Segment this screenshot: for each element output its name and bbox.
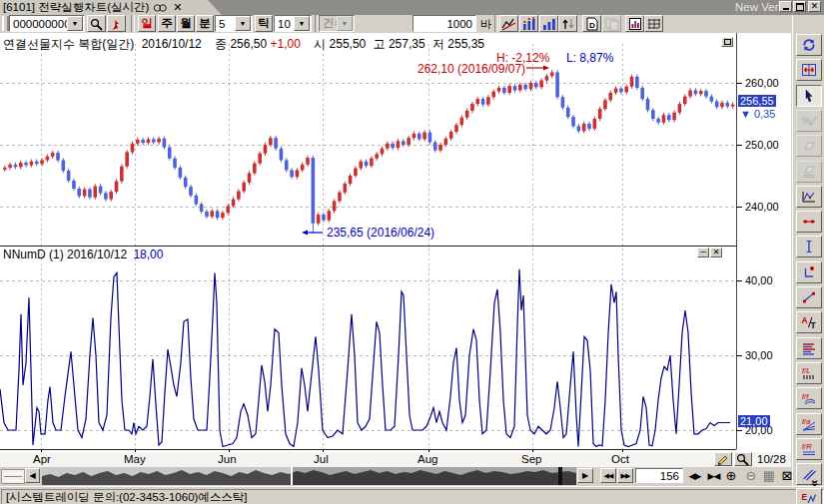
symbol-search-button[interactable] (87, 15, 106, 32)
tool-fib-retrace-button[interactable] (796, 337, 822, 359)
month-label-jun: Jun (218, 453, 237, 465)
period-monthly-button[interactable]: 월 (177, 15, 195, 32)
indicator-header: NNumD (1) 2016/10/12 18,00 (3, 248, 163, 261)
tool-percent-measure-button: % (796, 110, 822, 132)
indicator-value: 18,00 (133, 248, 163, 261)
bar-chart-dotted-button[interactable] (519, 15, 538, 32)
chevron-down-icon[interactable]: ▼ (67, 16, 83, 31)
collapse-center-icon[interactable]: ▶◀ (705, 469, 722, 483)
grid-view-icon: ▦ (760, 469, 777, 483)
visible-bars-input[interactable] (635, 468, 683, 483)
x-axis-strip: Apr May Jun Jul Aug Sep Oct 10/28 (0, 452, 791, 467)
low-percent-label: L: 8,87% (566, 51, 613, 65)
count-label: 건수 (320, 16, 337, 31)
chart-window-tab[interactable]: [6101] 전략실행차트(실시간) ✕ (0, 0, 222, 15)
tool-fib-curves-button[interactable]: f/f (796, 387, 822, 409)
period-minute-button[interactable]: 분 (196, 15, 214, 32)
annotation-high: 262,10 (2016/09/07) (417, 62, 525, 76)
zoom-mode-button[interactable] (734, 452, 752, 466)
symbol-combobox[interactable]: 000000000 ▼ (9, 15, 85, 32)
elliott-wave-icon: E (801, 492, 817, 504)
minimap-overview[interactable] (42, 467, 576, 485)
chart-info-line: 연결선물지수 복합(일간) 2016/10/12 종 256,50 +1,00 … (3, 36, 484, 53)
tool-horizontal-line-button[interactable] (796, 211, 822, 233)
toolbar: 000000000 ▼ 일 주 월 분 5 ▼ 틱 10 ▼ 건수 ▼ 바 D (0, 15, 789, 33)
tool-line-chart-tool-button[interactable] (796, 186, 822, 208)
period-daily-button[interactable]: 일 (138, 15, 156, 32)
title-bar: [6101] 전략실행차트(실시간) ✕ New Ver ✕ (0, 0, 824, 15)
low-value: 255,35 (447, 37, 484, 51)
compare-window-icon (801, 63, 817, 77)
page-right-button[interactable]: ▶▶ (617, 468, 633, 483)
scroll-right-button[interactable]: ▶ (577, 468, 593, 483)
splitter-grip[interactable] (1, 469, 25, 484)
compare-chart-button[interactable] (499, 15, 518, 32)
bar-count-input[interactable] (412, 15, 476, 32)
panel-maximize-button[interactable] (721, 37, 733, 47)
period-weekly-button[interactable]: 주 (158, 15, 176, 32)
text-tool-icon: AT (801, 315, 817, 329)
open-value: 255,50 (330, 37, 367, 51)
chevron-down-icon: ▼ (337, 16, 353, 31)
high-label: 고 (374, 37, 386, 51)
tool-text-tool-button[interactable]: AT (796, 311, 822, 333)
tool-vertical-line-button[interactable] (796, 236, 822, 257)
scroll-left-button[interactable]: ◀ (25, 468, 40, 483)
svg-text:E: E (802, 492, 808, 502)
expand-left-right-icon[interactable]: ◀▶ (686, 469, 703, 483)
tool-vertical-line-dot-button[interactable] (796, 261, 822, 283)
svg-text:%: % (802, 115, 812, 127)
indicator-minimize-button[interactable]: ─ (697, 248, 709, 257)
tool-fib-levels-button[interactable]: f/L (796, 362, 822, 384)
minute-combobox[interactable]: 5 ▼ (215, 15, 253, 32)
more-tools-chevron[interactable]: » (812, 476, 819, 490)
indicator-title: NNumD (1) 2016/10/12 (3, 248, 127, 261)
data-grid-icon (646, 17, 662, 31)
chart-document-button[interactable] (625, 15, 644, 32)
symbol-value: 000000000 (10, 18, 67, 30)
tick-combobox[interactable]: 10 ▼ (274, 15, 312, 32)
new-document-button[interactable]: D (582, 15, 601, 32)
bar-unit-label: 바 (480, 17, 492, 32)
chevron-down-icon[interactable]: ▼ (235, 16, 251, 31)
indicator-close-button[interactable]: ✕ (710, 248, 722, 257)
tab-close-icon[interactable]: ✕ (173, 1, 182, 14)
minimize-icon (783, 3, 789, 10)
tool-refresh-button[interactable] (796, 34, 822, 56)
month-label-oct: Oct (611, 453, 629, 465)
page-left-button[interactable]: ◀◀ (600, 468, 616, 483)
symbol-pick-button[interactable] (107, 15, 126, 32)
red-pointer-icon (109, 17, 125, 31)
tick-value: 10 (275, 18, 294, 30)
tool-trend-line-button[interactable] (796, 286, 822, 308)
last-date-label: 10/28 (757, 453, 786, 465)
month-label-aug: Aug (417, 453, 437, 465)
minimize-button[interactable] (779, 1, 792, 12)
tool-eraser-button (796, 135, 822, 157)
sort-updown-button[interactable] (558, 15, 577, 32)
svg-text:f/L: f/L (802, 366, 810, 375)
price-change-badge: ▼ 0,35 (740, 108, 775, 120)
tool-cursor-button[interactable] (796, 85, 822, 107)
current-price-badge: 256,55 (738, 95, 776, 107)
period-tick-button[interactable]: 틱 (255, 15, 273, 32)
chevron-down-icon[interactable]: ▼ (294, 16, 310, 31)
compare-chart-icon (501, 17, 517, 31)
vertical-line-dot-icon (801, 265, 817, 279)
bar-chart-dotted-icon (521, 17, 537, 31)
maximize-button[interactable] (793, 1, 806, 12)
tool-fib-ratio-button[interactable]: f/R (796, 438, 822, 460)
tool-elliott-wave-button[interactable]: E (796, 488, 822, 504)
refresh-icon (801, 38, 817, 52)
bar-chart-button[interactable] (539, 15, 558, 32)
data-grid-button[interactable] (644, 15, 663, 32)
tool-fib-fan-button[interactable]: f/a (796, 413, 822, 435)
tool-compare-window-button[interactable] (796, 59, 822, 81)
zoom-in-circle-icon[interactable]: ⊕ (722, 469, 739, 483)
percent-measure-icon: % (801, 114, 817, 128)
candlestick-chart-canvas[interactable] (0, 33, 791, 452)
count-combobox: 건수 ▼ (319, 15, 355, 32)
toolbar-grip[interactable] (2, 16, 9, 31)
draw-mode-button[interactable] (714, 452, 732, 466)
close-button[interactable]: ✕ (808, 1, 821, 12)
